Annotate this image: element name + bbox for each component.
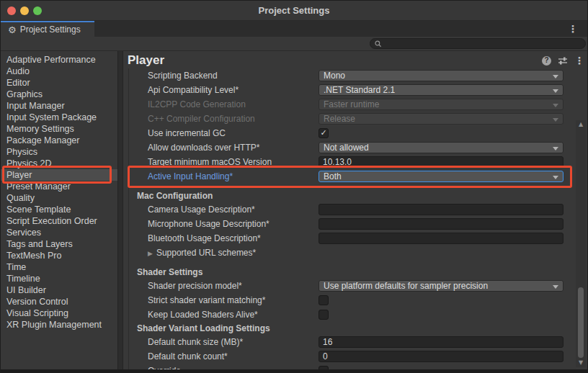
help-icon[interactable]: ?: [542, 56, 551, 66]
settings-category-list: Adaptive PerformanceAudioEditorGraphicsI…: [1, 51, 117, 369]
sidebar-item-physics[interactable]: Physics: [1, 146, 117, 158]
chevron-down-icon: [553, 75, 558, 78]
setting-row-shader-precision-model: Shader precision model*Use platform defa…: [129, 279, 575, 293]
kebab-menu-icon[interactable]: ⋮: [568, 24, 578, 34]
setting-label: Active Input Handling*: [129, 171, 318, 181]
chevron-down-icon: [553, 147, 558, 150]
setting-row-camera-usage-description: Camera Usage Description*: [129, 202, 575, 217]
setting-label: Api Compatibility Level*: [129, 85, 318, 95]
sidebar-item-player[interactable]: Player: [1, 169, 117, 181]
setting-label: Default chunk size (MB)*: [129, 337, 318, 347]
dropdown-c-compiler-configuration: Release: [318, 113, 564, 125]
setting-row-allow-downloads-over-http: Allow downloads over HTTP*Not allowed: [129, 140, 575, 155]
textfield-default-chunk-count[interactable]: [318, 351, 564, 362]
textfield-microphone-usage-description[interactable]: [318, 218, 564, 230]
sidebar-item-input-manager[interactable]: Input Manager: [1, 100, 117, 112]
sidebar-item-editor[interactable]: Editor: [1, 77, 117, 89]
checkbox-keep-loaded-shaders-alive[interactable]: [318, 310, 329, 320]
sidebar-item-preset-manager[interactable]: Preset Manager: [1, 181, 117, 192]
textfield-camera-usage-description[interactable]: [318, 204, 564, 215]
dropdown-active-input-handling[interactable]: Both: [318, 171, 564, 182]
sidebar-item-audio[interactable]: Audio: [1, 66, 117, 77]
sidebar-item-memory-settings[interactable]: Memory Settings: [1, 123, 117, 135]
kebab-menu-icon[interactable]: ⋮: [574, 55, 584, 66]
setting-row-c-compiler-configuration: C++ Compiler ConfigurationRelease: [129, 112, 575, 126]
panel-title: Player: [128, 53, 164, 68]
section-header-mac-configuration: Mac Configuration: [129, 189, 575, 202]
gear-icon: ⚙: [8, 25, 17, 35]
chevron-down-icon: [553, 285, 558, 289]
sidebar-item-adaptive-performance[interactable]: Adaptive Performance: [1, 54, 117, 66]
vertical-scrollbar[interactable]: ▲ ▼: [576, 120, 586, 367]
textfield-target-minimum-macos-version[interactable]: [318, 156, 564, 168]
setting-row-active-input-handling: Active Input Handling*Both: [129, 169, 575, 184]
presets-icon[interactable]: [558, 56, 568, 66]
dropdown-value: Mono: [324, 71, 345, 81]
sidebar-item-time[interactable]: Time: [1, 261, 117, 273]
setting-label: Default chunk count*: [129, 351, 318, 361]
project-settings-window: Project Settings ⚙ Project Settings ⋮ Ad…: [0, 0, 588, 373]
window-bottom-edge: [1, 369, 587, 372]
sidebar-item-timeline[interactable]: Timeline: [1, 273, 117, 284]
checkbox-use-incremental-gc[interactable]: ✓: [318, 128, 329, 138]
search-input[interactable]: [385, 39, 581, 49]
dropdown-il2cpp-code-generation: Faster runtime: [318, 99, 564, 110]
checkbox-strict-shader-variant-matching[interactable]: [318, 295, 329, 305]
foldout-triangle-icon[interactable]: ▶: [148, 250, 153, 257]
setting-label: Strict shader variant matching*: [129, 295, 318, 305]
dropdown-allow-downloads-over-http[interactable]: Not allowed: [318, 142, 564, 153]
setting-row-override: Override: [129, 364, 575, 369]
setting-label: IL2CPP Code Generation: [129, 99, 318, 109]
setting-row-supported-url-schemes[interactable]: ▶Supported URL schemes*: [129, 246, 575, 260]
setting-label: ▶Supported URL schemes*: [129, 248, 318, 258]
sidebar-item-graphics[interactable]: Graphics: [1, 89, 117, 100]
dropdown-shader-precision-model[interactable]: Use platform defaults for sampler precis…: [318, 280, 564, 292]
sidebar-item-tags-and-layers[interactable]: Tags and Layers: [1, 238, 117, 250]
sidebar-item-quality[interactable]: Quality: [1, 192, 117, 204]
sidebar-item-scene-template[interactable]: Scene Template: [1, 204, 117, 215]
titlebar: Project Settings: [1, 1, 587, 21]
tab-project-settings[interactable]: ⚙ Project Settings: [1, 21, 94, 37]
textfield-default-chunk-size-mb[interactable]: [318, 336, 564, 348]
setting-row-target-minimum-macos-version: Target minimum macOS Version: [129, 155, 575, 169]
setting-label: Scripting Backend: [129, 71, 318, 81]
setting-row-default-chunk-count: Default chunk count*: [129, 349, 575, 364]
search-field[interactable]: [370, 38, 586, 49]
setting-row-default-chunk-size-mb: Default chunk size (MB)*: [129, 335, 575, 349]
sidebar-item-input-system-package[interactable]: Input System Package: [1, 112, 117, 123]
setting-label: Use incremental GC: [129, 128, 318, 138]
setting-row-bluetooth-usage-description: Bluetooth Usage Description*: [129, 231, 575, 246]
setting-label: Keep Loaded Shaders Alive*: [129, 310, 318, 320]
sidebar-item-script-execution-order[interactable]: Script Execution Order: [1, 215, 117, 227]
setting-label: Bluetooth Usage Description*: [129, 233, 318, 243]
sidebar-item-visual-scripting[interactable]: Visual Scripting: [1, 307, 117, 319]
dropdown-api-compatibility-level[interactable]: .NET Standard 2.1: [318, 84, 564, 96]
sidebar-item-xr-plugin-management[interactable]: XR Plugin Management: [1, 319, 117, 331]
settings-rows: Scripting BackendMonoApi Compatibility L…: [128, 68, 575, 369]
section-header-shader-variant-loading-settings: Shader Variant Loading Settings: [129, 322, 575, 335]
sidebar-item-version-control[interactable]: Version Control: [1, 296, 117, 307]
setting-label: Shader precision model*: [129, 281, 318, 291]
sidebar-item-package-manager[interactable]: Package Manager: [1, 135, 117, 146]
sidebar-item-ui-builder[interactable]: UI Builder: [1, 284, 117, 296]
textfield-bluetooth-usage-description[interactable]: [318, 233, 564, 244]
player-settings-panel: Player ? ⋮ Scripting BackendMonoApi Comp…: [123, 53, 587, 369]
panel-header: Player ? ⋮: [128, 53, 584, 68]
scroll-up-icon[interactable]: ▲: [576, 120, 586, 129]
sidebar-resize-handle[interactable]: [117, 51, 123, 369]
sidebar-item-textmesh-pro[interactable]: TextMesh Pro: [1, 250, 117, 261]
dropdown-scripting-backend[interactable]: Mono: [318, 70, 564, 81]
scrollbar-thumb[interactable]: [578, 287, 584, 358]
scroll-down-icon[interactable]: ▼: [576, 359, 586, 367]
search-icon: [375, 40, 382, 48]
tab-label: Project Settings: [20, 24, 81, 35]
dropdown-value: Not allowed: [324, 143, 369, 153]
setting-label: Microphone Usage Description*: [129, 219, 318, 229]
sidebar-item-services[interactable]: Services: [1, 227, 117, 238]
chevron-down-icon: [553, 104, 558, 107]
sidebar-item-physics-2d[interactable]: Physics 2D: [1, 158, 117, 169]
setting-row-api-compatibility-level: Api Compatibility Level*.NET Standard 2.…: [129, 83, 575, 97]
chevron-down-icon: [553, 118, 558, 122]
window-title: Project Settings: [1, 5, 587, 16]
setting-label: Target minimum macOS Version: [129, 157, 318, 167]
